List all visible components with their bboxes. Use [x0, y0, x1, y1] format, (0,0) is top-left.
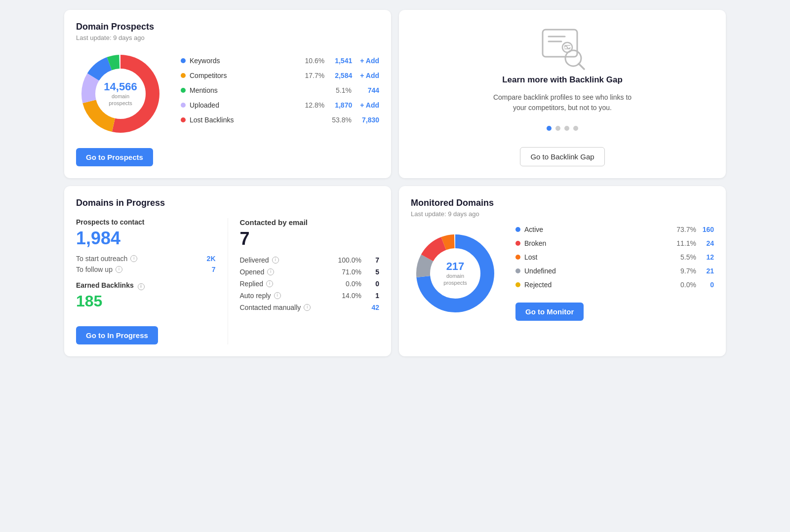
- monitor-legend-lost: Lost 5.5% 12: [515, 253, 714, 261]
- uploaded-label: Uploaded: [190, 101, 297, 109]
- go-to-in-progress-button[interactable]: Go to In Progress: [76, 326, 158, 344]
- broken-val: 24: [700, 239, 714, 247]
- prospects-content: 14,566 domainprospects Keywords 10.6% 1,…: [76, 49, 379, 138]
- monitor-donut: 217 domainprospects: [411, 229, 500, 318]
- auto-reply-pct: 14.0%: [332, 292, 361, 300]
- competitors-val: 2,584: [328, 72, 352, 79]
- mentions-dot: [181, 88, 186, 93]
- legend-row-mentions: Mentions 5.1% 744: [181, 86, 379, 94]
- legend-row-lost: Lost Backlinks 53.8% 7,830: [181, 116, 379, 124]
- email-row-auto-reply: Auto reply i 14.0% 1: [240, 292, 380, 300]
- earned-info-icon[interactable]: i: [138, 283, 145, 290]
- svg-line-9: [579, 64, 584, 69]
- email-title: Contacted by email: [240, 218, 380, 227]
- auto-reply-label: Auto reply: [240, 292, 271, 300]
- broken-pct: 11.1%: [674, 239, 696, 247]
- monitor-lost-dot: [515, 255, 520, 260]
- monitor-donut-center: 217 domainprospects: [443, 260, 467, 286]
- uploaded-add[interactable]: + Add: [360, 101, 379, 109]
- competitors-label: Competitors: [190, 72, 297, 79]
- opened-info-icon[interactable]: i: [267, 268, 274, 275]
- earned-val: 185: [76, 292, 216, 310]
- email-row-delivered: Delivered i 100.0% 7: [240, 256, 380, 264]
- rejected-dot: [515, 282, 520, 287]
- prospects-to-contact-label: Prospects to contact: [76, 218, 216, 226]
- progress-content: Prospects to contact 1,984 To start outr…: [76, 218, 379, 344]
- auto-reply-val: 1: [364, 292, 379, 300]
- delivered-pct: 100.0%: [332, 256, 361, 264]
- monitor-card: Monitored Domains Last update: 9 days ag…: [399, 186, 726, 356]
- rejected-pct: 0.0%: [674, 281, 696, 289]
- prospects-card: Domain Prospects Last update: 9 days ago: [64, 10, 391, 178]
- undefined-label: Undefined: [524, 267, 671, 275]
- opened-val: 5: [364, 268, 379, 276]
- to-start-val: 2K: [207, 255, 216, 263]
- delivered-val: 7: [364, 256, 379, 264]
- active-pct: 73.7%: [674, 226, 696, 233]
- legend-row-uploaded: Uploaded 12.8% 1,870 + Add: [181, 101, 379, 109]
- monitor-content: 217 domainprospects Active 73.7% 160 Bro…: [411, 226, 714, 321]
- undefined-pct: 9.7%: [674, 267, 696, 275]
- prospects-donut: 14,566 domainprospects: [76, 49, 165, 138]
- to-start-info-icon[interactable]: i: [130, 255, 137, 262]
- monitor-lost-val: 12: [700, 253, 714, 261]
- monitor-donut-number: 217: [443, 260, 467, 272]
- keywords-dot: [181, 58, 186, 63]
- competitors-dot: [181, 73, 186, 78]
- opened-pct: 71.0%: [332, 268, 361, 276]
- monitor-subtitle: Last update: 9 days ago: [411, 210, 714, 218]
- mentions-label: Mentions: [190, 86, 324, 94]
- progress-title: Domains in Progress: [76, 198, 379, 208]
- mentions-pct: 5.1%: [328, 86, 352, 94]
- replied-val: 0: [364, 280, 379, 288]
- progress-right: Contacted by email 7 Delivered i 100.0% …: [228, 218, 380, 344]
- to-follow-val: 7: [212, 266, 216, 273]
- active-dot: [515, 227, 520, 232]
- prospects-donut-number: 14,566: [104, 81, 137, 93]
- monitor-lost-pct: 5.5%: [674, 253, 696, 261]
- keywords-label: Keywords: [190, 57, 297, 65]
- keywords-val: 1,541: [328, 57, 352, 65]
- carousel-dot-2[interactable]: [555, 126, 560, 131]
- monitor-legend-broken: Broken 11.1% 24: [515, 239, 714, 247]
- lost-label: Lost Backlinks: [190, 116, 324, 124]
- delivered-label: Delivered: [240, 256, 269, 264]
- email-row-contacted-manually: Contacted manually i 42: [240, 304, 380, 311]
- auto-reply-info-icon[interactable]: i: [274, 292, 281, 299]
- monitor-legend: Active 73.7% 160 Broken 11.1% 24 Lost 5.…: [515, 226, 714, 321]
- contacted-manually-info-icon[interactable]: i: [304, 304, 311, 311]
- to-follow-info-icon[interactable]: i: [116, 266, 122, 273]
- keywords-add[interactable]: + Add: [360, 57, 379, 65]
- replied-label: Replied: [240, 280, 263, 288]
- backlink-title: Learn more with Backlink Gap: [502, 75, 623, 85]
- email-row-opened: Opened i 71.0% 5: [240, 268, 380, 276]
- replied-pct: 0.0%: [332, 280, 361, 288]
- delivered-info-icon[interactable]: i: [272, 257, 279, 264]
- go-to-prospects-button[interactable]: Go to Prospects: [76, 148, 153, 166]
- to-start-label: To start outreach: [76, 255, 127, 263]
- to-follow-row: To follow up i 7: [76, 266, 216, 273]
- contacted-manually-label: Contacted manually: [240, 304, 301, 311]
- go-to-monitor-button[interactable]: Go to Monitor: [515, 303, 584, 321]
- progress-card: Domains in Progress Prospects to contact…: [64, 186, 391, 356]
- monitor-donut-label: domainprospects: [443, 272, 467, 286]
- monitor-title: Monitored Domains: [411, 198, 714, 208]
- monitor-legend-undefined: Undefined 9.7% 21: [515, 267, 714, 275]
- prospects-donut-label: domainprospects: [104, 93, 137, 107]
- rejected-label: Rejected: [524, 281, 671, 289]
- competitors-add[interactable]: + Add: [360, 72, 379, 79]
- monitor-legend-active: Active 73.7% 160: [515, 226, 714, 233]
- replied-info-icon[interactable]: i: [266, 280, 273, 287]
- legend-row-keywords: Keywords 10.6% 1,541 + Add: [181, 57, 379, 65]
- broken-dot: [515, 241, 520, 246]
- to-start-row: To start outreach i 2K: [76, 255, 216, 263]
- go-to-backlink-gap-button[interactable]: Go to Backlink Gap: [520, 147, 604, 166]
- carousel-dot-3[interactable]: [564, 126, 569, 131]
- uploaded-dot: [181, 103, 186, 108]
- to-follow-label: To follow up: [76, 266, 113, 273]
- lost-dot: [181, 117, 186, 122]
- carousel-dot-1[interactable]: [547, 126, 552, 131]
- carousel-dot-4[interactable]: [573, 126, 578, 131]
- progress-left: Prospects to contact 1,984 To start outr…: [76, 218, 228, 344]
- svg-rect-5: [543, 30, 577, 57]
